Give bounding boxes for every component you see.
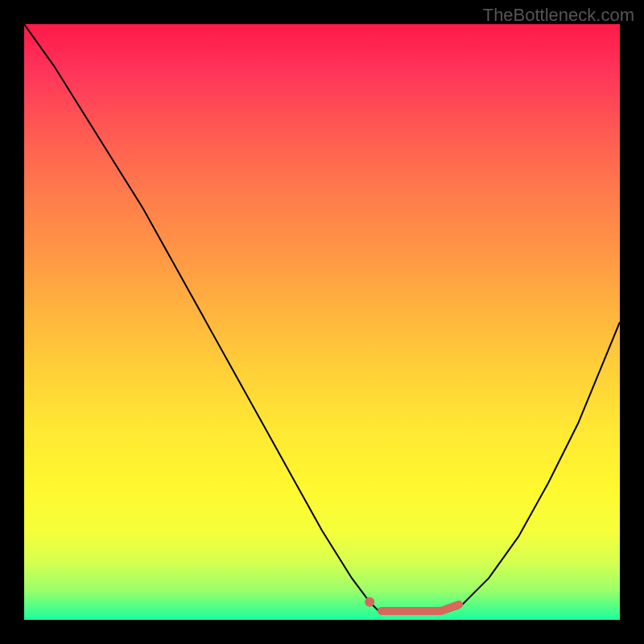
watermark-text: TheBottleneck.com <box>483 5 634 26</box>
bottleneck-curve-svg <box>24 24 620 620</box>
optimal-range-highlight <box>382 605 459 611</box>
bottleneck-curve <box>24 24 620 614</box>
chart-plot-area <box>24 24 620 620</box>
optimal-point-dot <box>365 597 374 607</box>
